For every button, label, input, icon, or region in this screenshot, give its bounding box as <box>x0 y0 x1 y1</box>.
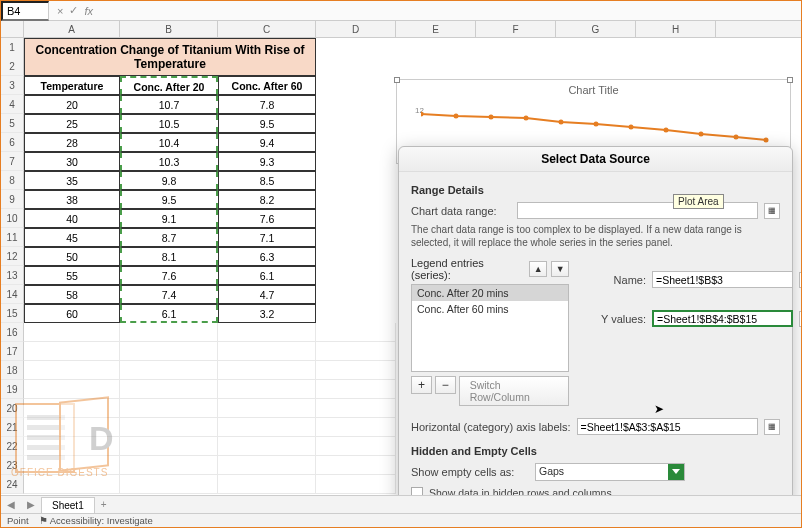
row-header[interactable]: 10 <box>1 209 24 228</box>
table-cell[interactable]: 8.5 <box>218 171 316 190</box>
empty-cell[interactable] <box>316 418 396 437</box>
remove-series-button[interactable]: − <box>435 376 456 394</box>
empty-cell[interactable] <box>218 475 316 494</box>
empty-cell[interactable] <box>218 380 316 399</box>
table-cell[interactable]: 8.1 <box>120 247 218 266</box>
show-empty-select[interactable]: Gaps <box>535 463 685 481</box>
move-down-button[interactable]: ▼ <box>551 261 569 277</box>
table-cell[interactable]: 20 <box>24 95 120 114</box>
empty-cell[interactable] <box>24 323 120 342</box>
row-header[interactable]: 14 <box>1 285 24 304</box>
row-header[interactable]: 4 <box>1 95 24 114</box>
table-cell[interactable]: 3.2 <box>218 304 316 323</box>
col-header[interactable]: F <box>476 21 556 37</box>
empty-cell[interactable] <box>316 342 396 361</box>
table-header[interactable]: Conc. After 20 mins <box>120 76 218 95</box>
table-cell[interactable]: 8.7 <box>120 228 218 247</box>
y-values-input[interactable] <box>652 310 793 327</box>
empty-cell[interactable] <box>218 342 316 361</box>
table-cell[interactable]: 9.3 <box>218 152 316 171</box>
col-header[interactable]: B <box>120 21 218 37</box>
table-cell[interactable]: 9.1 <box>120 209 218 228</box>
table-header[interactable]: Temperature <box>24 76 120 95</box>
table-cell[interactable]: 7.6 <box>120 266 218 285</box>
table-cell[interactable]: 55 <box>24 266 120 285</box>
table-title[interactable]: Concentration Change of Titanium With Ri… <box>24 38 316 76</box>
col-header[interactable]: H <box>636 21 716 37</box>
row-header[interactable]: 9 <box>1 190 24 209</box>
table-cell[interactable]: 60 <box>24 304 120 323</box>
series-item[interactable]: Conc. After 20 mins <box>412 285 568 301</box>
empty-cell[interactable] <box>120 418 218 437</box>
col-header[interactable]: C <box>218 21 316 37</box>
table-cell[interactable]: 6.1 <box>218 266 316 285</box>
empty-cell[interactable] <box>120 456 218 475</box>
empty-cell[interactable] <box>218 418 316 437</box>
col-header[interactable]: D <box>316 21 396 37</box>
tab-nav-prev-icon[interactable]: ◀ <box>1 499 21 510</box>
empty-cell[interactable] <box>316 456 396 475</box>
chart-title[interactable]: Chart Title <box>397 80 790 96</box>
table-cell[interactable]: 35 <box>24 171 120 190</box>
table-cell[interactable]: 6.1 <box>120 304 218 323</box>
add-series-button[interactable]: + <box>411 376 432 394</box>
accessibility-status[interactable]: ⚑ Accessibility: Investigate <box>39 515 153 526</box>
row-header[interactable]: 11 <box>1 228 24 247</box>
tab-nav-next-icon[interactable]: ▶ <box>21 499 41 510</box>
table-cell[interactable]: 58 <box>24 285 120 304</box>
range-picker-icon[interactable]: ▦ <box>764 419 780 435</box>
axis-labels-input[interactable] <box>577 418 758 435</box>
name-box[interactable] <box>1 1 49 21</box>
table-cell[interactable]: 9.8 <box>120 171 218 190</box>
table-cell[interactable]: 4.7 <box>218 285 316 304</box>
table-cell[interactable]: 10.4 <box>120 133 218 152</box>
empty-cell[interactable] <box>316 380 396 399</box>
row-header[interactable]: 5 <box>1 114 24 133</box>
empty-cell[interactable] <box>24 342 120 361</box>
table-cell[interactable]: 25 <box>24 114 120 133</box>
col-header[interactable]: E <box>396 21 476 37</box>
empty-cell[interactable] <box>24 361 120 380</box>
empty-cell[interactable] <box>218 437 316 456</box>
table-cell[interactable]: 50 <box>24 247 120 266</box>
table-cell[interactable]: 10.5 <box>120 114 218 133</box>
table-cell[interactable]: 10.7 <box>120 95 218 114</box>
add-sheet-button[interactable]: + <box>95 499 113 510</box>
empty-cell[interactable] <box>120 380 218 399</box>
row-header[interactable]: 18 <box>1 361 24 380</box>
row-header[interactable]: 16 <box>1 323 24 342</box>
empty-cell[interactable] <box>316 323 396 342</box>
sheet-tab[interactable]: Sheet1 <box>41 497 95 513</box>
move-up-button[interactable]: ▲ <box>529 261 547 277</box>
table-cell[interactable]: 7.1 <box>218 228 316 247</box>
empty-cell[interactable] <box>120 342 218 361</box>
table-cell[interactable]: 30 <box>24 152 120 171</box>
fx-icon[interactable]: fx <box>84 5 93 17</box>
row-header[interactable]: 17 <box>1 342 24 361</box>
row-header[interactable]: 6 <box>1 133 24 152</box>
table-cell[interactable]: 38 <box>24 190 120 209</box>
table-cell[interactable]: 7.8 <box>218 95 316 114</box>
empty-cell[interactable] <box>218 399 316 418</box>
table-cell[interactable]: 45 <box>24 228 120 247</box>
table-cell[interactable]: 10.3 <box>120 152 218 171</box>
row-header[interactable]: 13 <box>1 266 24 285</box>
table-cell[interactable]: 9.5 <box>120 190 218 209</box>
empty-cell[interactable] <box>218 456 316 475</box>
select-all-corner[interactable] <box>1 21 24 37</box>
series-listbox[interactable]: Conc. After 20 mins Conc. After 60 mins <box>411 284 569 372</box>
series-name-input[interactable] <box>652 271 793 288</box>
table-cell[interactable]: 9.4 <box>218 133 316 152</box>
empty-cell[interactable] <box>120 399 218 418</box>
row-header[interactable]: 15 <box>1 304 24 323</box>
table-cell[interactable]: 7.4 <box>120 285 218 304</box>
table-cell[interactable]: 28 <box>24 133 120 152</box>
empty-cell[interactable] <box>120 323 218 342</box>
empty-cell[interactable] <box>316 437 396 456</box>
cancel-icon[interactable]: × <box>57 5 63 17</box>
row-header[interactable]: 19 <box>1 380 24 399</box>
switch-row-column-button[interactable]: Switch Row/Column <box>459 376 569 406</box>
table-cell[interactable]: 8.2 <box>218 190 316 209</box>
empty-cell[interactable] <box>120 437 218 456</box>
row-header[interactable]: 12 <box>1 38 24 76</box>
